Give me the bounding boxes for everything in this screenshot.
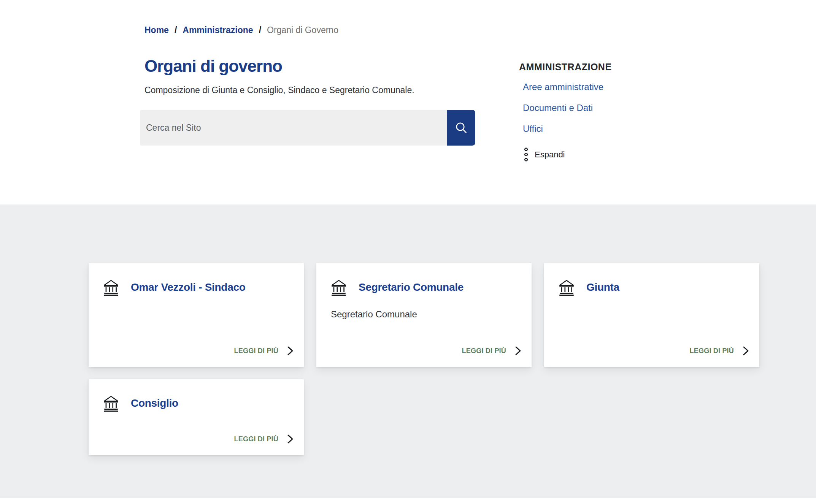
page-title: Organi di governo <box>144 57 475 75</box>
breadcrumb-current-page: Organi di Governo <box>267 25 338 35</box>
card-consiglio: Consiglio LEGGI DI PIÙ <box>89 379 304 455</box>
breadcrumb-separator: / <box>259 25 261 35</box>
landmark-icon <box>102 395 120 412</box>
read-more-link[interactable]: LEGGI DI PIÙ <box>558 346 749 356</box>
read-more-link[interactable]: LEGGI DI PIÙ <box>330 346 522 356</box>
breadcrumb-separator: / <box>175 25 177 35</box>
government-bodies-section: Omar Vezzoli - Sindaco LEGGI DI PIÙ <box>0 204 816 498</box>
breadcrumb: Home / Amministrazione / Organi di Gover… <box>144 25 475 35</box>
sidebar-item-documenti-e-dati[interactable]: Documenti e Dati <box>523 103 593 113</box>
card-title-link[interactable]: Omar Vezzoli - Sindaco <box>131 281 245 293</box>
card-description: Segretario Comunale <box>331 309 522 320</box>
search-button[interactable] <box>447 110 475 146</box>
landmark-icon <box>102 279 120 296</box>
read-more-label: LEGGI DI PIÙ <box>234 435 278 443</box>
search-input[interactable] <box>140 110 447 146</box>
amministrazione-sidebar: AMMINISTRAZIONE Aree amministrative Docu… <box>519 25 612 162</box>
site-search <box>140 110 475 146</box>
landmark-icon <box>330 279 348 296</box>
chevron-right-icon <box>286 434 294 444</box>
card-giunta: Giunta LEGGI DI PIÙ <box>544 263 759 367</box>
chevron-right-icon <box>286 346 294 356</box>
read-more-label: LEGGI DI PIÙ <box>234 347 278 355</box>
read-more-link[interactable]: LEGGI DI PIÙ <box>102 434 294 444</box>
page-header-section: Home / Amministrazione / Organi di Gover… <box>0 0 816 204</box>
card-sindaco: Omar Vezzoli - Sindaco LEGGI DI PIÙ <box>89 263 304 367</box>
card-title-link[interactable]: Consiglio <box>131 397 178 409</box>
breadcrumb-link-amministrazione[interactable]: Amministrazione <box>183 25 253 35</box>
kebab-menu-icon <box>524 147 528 162</box>
read-more-label: LEGGI DI PIÙ <box>690 347 734 355</box>
chevron-right-icon <box>514 346 522 356</box>
card-title-link[interactable]: Segretario Comunale <box>359 281 464 293</box>
sidebar-heading: AMMINISTRAZIONE <box>519 62 612 73</box>
expand-button[interactable]: Espandi <box>524 147 565 162</box>
expand-label: Espandi <box>535 150 565 160</box>
read-more-label: LEGGI DI PIÙ <box>462 347 506 355</box>
sidebar-links: Aree amministrative Documenti e Dati Uff… <box>523 81 612 135</box>
breadcrumb-link-home[interactable]: Home <box>144 25 169 35</box>
search-icon <box>454 121 468 135</box>
chevron-right-icon <box>742 346 749 356</box>
card-title-link[interactable]: Giunta <box>586 281 619 293</box>
cards-grid: Omar Vezzoli - Sindaco LEGGI DI PIÙ <box>89 263 760 455</box>
read-more-link[interactable]: LEGGI DI PIÙ <box>102 346 294 356</box>
card-segretario-comunale: Segretario Comunale Segretario Comunale … <box>316 263 532 367</box>
sidebar-item-uffici[interactable]: Uffici <box>523 124 543 134</box>
landmark-icon <box>558 279 575 296</box>
page-subtitle: Composizione di Giunta e Consiglio, Sind… <box>144 85 475 96</box>
sidebar-item-aree-amministrative[interactable]: Aree amministrative <box>523 82 603 92</box>
